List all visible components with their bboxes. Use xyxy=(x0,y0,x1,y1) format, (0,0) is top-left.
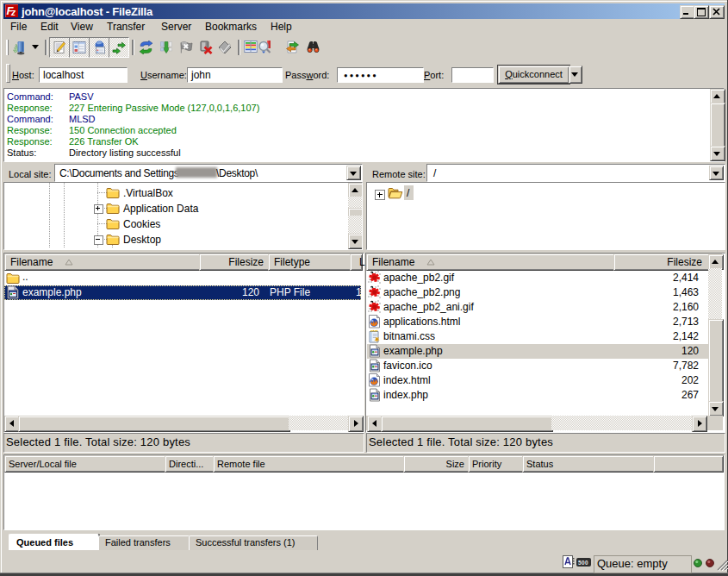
svg-text:z: z xyxy=(10,8,16,17)
